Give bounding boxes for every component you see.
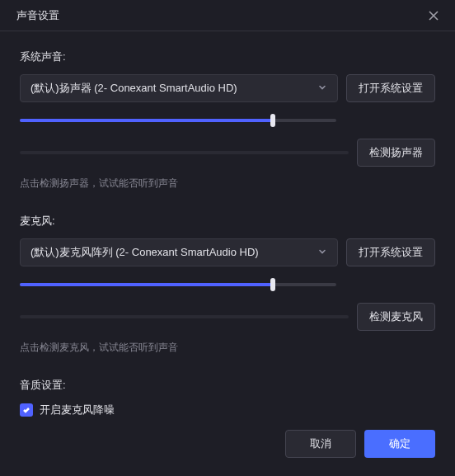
test-speaker-button[interactable]: 检测扬声器 — [357, 139, 435, 167]
close-icon — [428, 10, 439, 21]
speaker-device-select[interactable]: (默认)扬声器 (2- Conexant SmartAudio HD) — [20, 74, 338, 102]
slider-thumb[interactable] — [270, 278, 275, 291]
microphone-device-value: (默认)麦克风阵列 (2- Conexant SmartAudio HD) — [30, 245, 259, 260]
speaker-hint-text: 点击检测扬声器，试试能否听到声音 — [20, 177, 435, 191]
chevron-down-icon — [317, 245, 327, 260]
microphone-level-meter — [20, 315, 349, 318]
open-system-settings-speaker-button[interactable]: 打开系统设置 — [346, 74, 435, 102]
open-system-settings-mic-button[interactable]: 打开系统设置 — [346, 238, 435, 266]
noise-reduction-checkbox[interactable] — [20, 403, 33, 417]
microphone-volume-slider[interactable] — [20, 278, 336, 291]
slider-fill — [20, 119, 273, 122]
speaker-level-meter — [20, 151, 349, 154]
check-icon — [22, 406, 30, 414]
test-microphone-button[interactable]: 检测麦克风 — [357, 303, 435, 331]
titlebar: 声音设置 — [0, 0, 455, 31]
noise-reduction-row[interactable]: 开启麦克风降噪 — [20, 403, 435, 417]
speaker-section-label: 系统声音: — [20, 49, 435, 64]
noise-reduction-label: 开启麦克风降噪 — [40, 403, 115, 417]
dialog-title: 声音设置 — [16, 8, 59, 23]
cancel-button[interactable]: 取消 — [285, 430, 356, 458]
microphone-device-select[interactable]: (默认)麦克风阵列 (2- Conexant SmartAudio HD) — [20, 238, 338, 266]
chevron-down-icon — [317, 81, 327, 96]
slider-fill — [20, 283, 273, 286]
dialog-footer: 取消 确定 — [285, 430, 435, 458]
confirm-button[interactable]: 确定 — [364, 430, 435, 458]
dialog-content: 系统声音: (默认)扬声器 (2- Conexant SmartAudio HD… — [0, 31, 455, 417]
microphone-section-label: 麦克风: — [20, 214, 435, 229]
slider-thumb[interactable] — [270, 114, 275, 127]
close-button[interactable] — [425, 7, 442, 24]
speaker-volume-slider[interactable] — [20, 114, 336, 127]
speaker-device-value: (默认)扬声器 (2- Conexant SmartAudio HD) — [30, 81, 237, 96]
quality-section-label: 音质设置: — [20, 378, 435, 393]
microphone-hint-text: 点击检测麦克风，试试能否听到声音 — [20, 341, 435, 355]
